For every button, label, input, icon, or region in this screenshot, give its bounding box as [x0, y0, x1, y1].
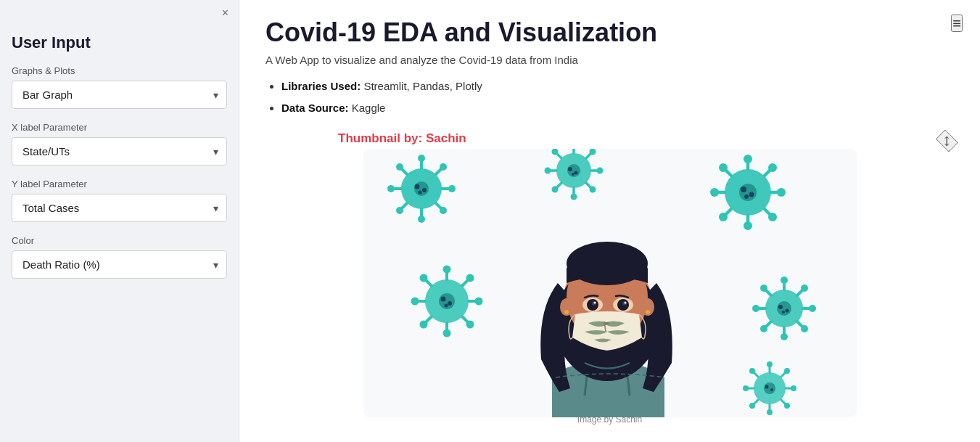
svg-point-81: [419, 274, 427, 282]
svg-point-145: [564, 310, 569, 314]
svg-point-123: [784, 368, 790, 374]
libraries-item: Libraries Used: Streamlit, Pandas, Plotl…: [281, 78, 954, 95]
svg-point-68: [444, 304, 448, 308]
x-label-wrapper: State/UTs Date Month: [12, 137, 227, 165]
menu-button[interactable]: ≡: [951, 15, 963, 32]
svg-point-16: [387, 185, 395, 192]
svg-point-62: [719, 213, 728, 221]
virus-6: [743, 361, 796, 415]
virus-3: [710, 155, 786, 230]
datasource-bold: Data Source:: [281, 102, 349, 114]
y-label-select[interactable]: Total Cases Deaths Recovered Active Case…: [12, 194, 227, 222]
svg-point-61: [768, 163, 777, 172]
thumbnail-author: Sachin: [426, 131, 466, 145]
y-label-param-label: Y label Parameter: [12, 179, 227, 189]
expand-button[interactable]: ⤢: [936, 129, 959, 152]
svg-point-42: [589, 187, 596, 193]
svg-point-107: [764, 382, 775, 394]
sidebar: × User Input Graphs & Plots Bar Graph Li…: [0, 0, 239, 442]
svg-point-57: [744, 221, 752, 230]
svg-point-58: [710, 188, 719, 197]
svg-point-118: [767, 361, 773, 367]
y-label-wrapper: Total Cases Deaths Recovered Active Case…: [12, 194, 227, 222]
virus-5: [752, 277, 816, 340]
libraries-bold: Libraries Used:: [281, 80, 361, 92]
datasource-value: Kaggle: [352, 102, 386, 114]
svg-point-99: [781, 333, 788, 340]
thumbnail-caption-top: Thumbnail by: Sachin: [338, 131, 466, 146]
x-label-group: X label Parameter State/UTs Date Month: [12, 122, 227, 165]
virus-4: [411, 266, 482, 337]
color-select[interactable]: Death Ratio (%) Recovery Rate (%) None: [12, 250, 227, 279]
svg-point-119: [767, 409, 773, 415]
graphs-plots-select[interactable]: Bar Graph Line Graph Scatter Plot Pie Ch…: [12, 81, 227, 109]
svg-point-122: [749, 368, 755, 374]
color-label: Color: [12, 235, 227, 246]
svg-point-15: [418, 216, 425, 223]
svg-point-56: [744, 155, 752, 163]
svg-point-26: [572, 173, 575, 176]
x-label-select[interactable]: State/UTs Date Month: [12, 137, 227, 165]
svg-point-5: [418, 191, 421, 195]
page-subtitle: A Web App to visualize and analyze the C…: [265, 54, 954, 66]
illustration-container: ⤢ Thumbnail by: Sachin: [265, 131, 954, 425]
x-label-param-label: X label Parameter: [12, 122, 227, 133]
svg-point-101: [809, 305, 816, 312]
svg-point-4: [422, 188, 427, 192]
page-title: Covid-19 EDA and Visualization: [265, 17, 954, 48]
svg-point-21: [440, 207, 447, 214]
svg-point-20: [396, 207, 403, 214]
svg-point-41: [551, 187, 558, 193]
graphs-plots-wrapper: Bar Graph Line Graph Scatter Plot Pie Ch…: [12, 81, 227, 109]
graphs-plots-label: Graphs & Plots: [12, 65, 227, 76]
svg-point-108: [765, 385, 768, 389]
graphs-plots-group: Graphs & Plots Bar Graph Line Graph Scat…: [12, 65, 227, 109]
svg-point-47: [744, 195, 749, 199]
svg-point-87: [778, 305, 783, 309]
close-button[interactable]: ×: [222, 7, 228, 19]
svg-point-100: [752, 305, 759, 312]
svg-point-77: [442, 266, 450, 274]
svg-point-59: [777, 188, 786, 197]
illustration-image: [363, 149, 857, 410]
svg-point-38: [596, 168, 603, 174]
svg-point-82: [466, 274, 474, 282]
color-wrapper: Death Ratio (%) Recovery Rate (%) None: [12, 250, 227, 279]
svg-point-104: [760, 325, 767, 332]
user-input-title: User Input: [12, 33, 227, 52]
svg-point-24: [568, 167, 572, 171]
svg-point-105: [801, 325, 808, 332]
svg-point-3: [414, 184, 419, 189]
svg-point-46: [749, 192, 754, 197]
svg-point-109: [770, 388, 773, 391]
svg-point-19: [440, 163, 447, 171]
svg-point-25: [574, 171, 577, 175]
svg-point-89: [782, 311, 785, 314]
illustration-svg: [363, 149, 857, 417]
svg-point-84: [466, 321, 474, 329]
svg-point-121: [791, 385, 796, 391]
y-label-group: Y label Parameter Total Cases Deaths Rec…: [12, 179, 227, 222]
info-list: Libraries Used: Streamlit, Pandas, Plotl…: [265, 78, 954, 117]
datasource-item: Data Source: Kaggle: [281, 99, 954, 117]
svg-point-60: [719, 163, 728, 172]
svg-point-14: [418, 155, 425, 162]
svg-point-78: [442, 330, 450, 337]
svg-point-18: [396, 163, 403, 171]
svg-point-103: [801, 285, 808, 292]
svg-point-83: [419, 321, 427, 329]
svg-point-36: [570, 194, 577, 200]
thumbnail-label: Thumbnail by:: [338, 131, 426, 145]
svg-point-80: [474, 298, 482, 306]
libraries-value: Streamlit, Pandas, Plotly: [363, 80, 482, 92]
svg-point-140: [593, 302, 596, 304]
svg-point-124: [749, 403, 755, 409]
svg-point-79: [411, 298, 419, 306]
svg-point-17: [448, 185, 456, 192]
virus-1: [387, 155, 456, 223]
svg-point-63: [768, 213, 777, 221]
svg-point-67: [448, 301, 452, 306]
main-content: ≡ Covid-19 EDA and Visualization A Web A…: [239, 0, 980, 442]
svg-point-144: [646, 310, 650, 314]
svg-point-120: [743, 385, 749, 391]
